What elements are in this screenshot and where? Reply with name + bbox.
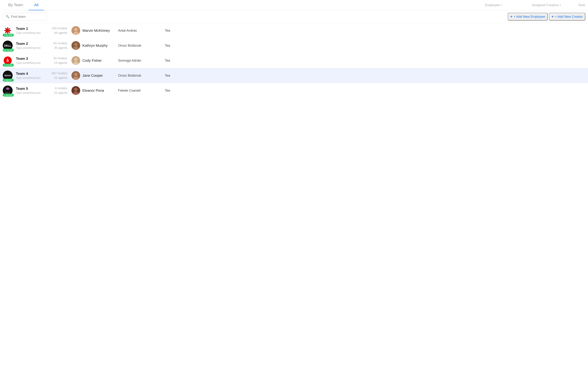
team-left-1: $ 251 609 Team 1 Type something text <box>0 26 47 35</box>
team-agents-3: 15 agents <box>47 61 67 65</box>
team-employee-4: Jane Cooper <box>71 71 118 80</box>
team-badge-4: $ 162 677 <box>3 79 14 82</box>
svg-point-15 <box>74 43 77 46</box>
svg-text:BELLE: BELLE <box>5 92 10 94</box>
employee-name-3: Cody Fisher <box>82 58 102 63</box>
add-creator-button[interactable]: + + Add New Creator <box>549 13 585 21</box>
team-info-4: Team 4 Type something text <box>16 72 44 79</box>
team-models-3: 30 models <box>47 56 67 61</box>
team-sub-1: Type something text <box>16 31 44 34</box>
team-name-4: Team 4 <box>16 72 44 76</box>
team-sub-3: Type something text <box>16 61 44 65</box>
team-left-4: dyson $ 162 677 Team 4 Type something te… <box>0 71 47 80</box>
team-row[interactable]: $ 251 609 Team 1 Type something text 100… <box>0 23 588 38</box>
team-list: $ 251 609 Team 1 Type something text 100… <box>0 23 588 98</box>
team-employee-3: Cody Fisher <box>71 56 118 65</box>
team-right-2: 50 models 35 agents Kathryn Murphy Orosz… <box>47 41 588 50</box>
svg-text:DELL: DELL <box>4 44 11 47</box>
team-row[interactable]: dyson $ 162 677 Team 4 Type something te… <box>0 68 588 83</box>
team-stats-4: 567 models 21 agents <box>47 71 71 80</box>
team-info-3: Team 3 Type something text <box>16 56 44 65</box>
creators-sort-icon: ▾ <box>560 4 561 7</box>
employee-avatar-4 <box>71 71 80 80</box>
team-logo-wrap-2: DELL $ 1 711 621 <box>3 41 14 50</box>
add-employee-button[interactable]: + + Add New Employee <box>508 13 548 21</box>
team-name-5: Team 5 <box>16 87 44 91</box>
team-creators-1: Antal András <box>118 29 165 33</box>
toolbar: 🔍 + + Add New Employee + + Add New Creat… <box>0 10 588 23</box>
team-creators-5: Fekete Csanád <box>118 88 165 92</box>
search-box[interactable]: 🔍 <box>3 13 47 20</box>
svg-text:dyson: dyson <box>4 74 11 77</box>
col-header-creators[interactable]: Assigned Creators ▾ <box>532 3 578 7</box>
team-row[interactable]: b $ 170 333 Team 3 Type something text 3… <box>0 53 588 68</box>
team-models-1: 100 models <box>47 26 67 31</box>
team-agents-1: 48 agents <box>47 31 67 35</box>
team-logo-wrap-3: b $ 170 333 <box>3 55 14 66</box>
svg-point-36 <box>74 88 77 91</box>
team-info-1: Team 1 Type something text <box>16 27 44 34</box>
team-stats-2: 50 models 35 agents <box>47 41 71 50</box>
team-models-5: 8 models <box>47 86 67 90</box>
team-logo-wrap-4: dyson $ 162 677 <box>3 71 14 80</box>
team-agents-4: 21 agents <box>47 76 67 80</box>
team-row[interactable]: BELLE $ 120 333 Team 5 Type something te… <box>0 83 588 98</box>
team-logo-wrap-5: BELLE $ 120 333 <box>3 86 14 95</box>
employee-avatar-2 <box>71 41 80 50</box>
team-agents-5: 22 agents <box>47 90 67 95</box>
team-left-5: BELLE $ 120 333 Team 5 Type something te… <box>0 86 47 95</box>
team-sub-2: Type something text <box>16 46 44 50</box>
team-row[interactable]: DELL $ 1 711 621 Team 2 Type something t… <box>0 38 588 53</box>
team-badge-3: $ 170 333 <box>3 64 14 66</box>
employee-avatar-5 <box>71 86 80 95</box>
tabs-container: By Team All Employee ▾ Assigned Creators… <box>0 0 588 10</box>
col-header-employee[interactable]: Employee ▾ <box>485 3 532 7</box>
team-name-3: Team 3 <box>16 56 44 61</box>
team-right-3: 30 models 15 agents Cody Fisher Somogyi … <box>47 56 588 65</box>
team-logo-wrap-1: $ 251 609 <box>3 26 14 35</box>
col-header-role[interactable]: Role <box>578 3 585 7</box>
team-right-1: 100 models 48 agents Marvin McKinney Ant… <box>47 26 588 35</box>
team-name-2: Team 2 <box>16 42 44 46</box>
search-input[interactable] <box>11 15 44 19</box>
team-creators-3: Somogyi Adrián <box>118 59 165 62</box>
team-stats-1: 100 models 48 agents <box>47 26 71 35</box>
team-badge-2: $ 1 711 621 <box>3 49 14 52</box>
search-icon: 🔍 <box>6 15 9 18</box>
team-left-3: b $ 170 333 Team 3 Type something text <box>0 55 47 66</box>
team-role-2: Tea <box>165 44 588 47</box>
team-agents-2: 35 agents <box>47 45 67 50</box>
team-employee-5: Eleanor Pena <box>71 86 118 95</box>
team-creators-2: Orosz Boldizsár <box>118 44 165 47</box>
tab-by-team[interactable]: By Team <box>3 0 29 10</box>
team-employee-2: Kathryn Murphy <box>71 41 118 50</box>
employee-avatar-1 <box>71 26 80 35</box>
svg-point-10 <box>74 28 77 31</box>
team-sub-4: Type something text <box>16 76 44 79</box>
team-stats-3: 30 models 15 agents <box>47 56 71 65</box>
team-stats-5: 8 models 22 agents <box>47 86 71 95</box>
team-info-2: Team 2 Type something text <box>16 42 44 50</box>
team-info-5: Team 5 Type something text <box>16 87 44 94</box>
team-models-4: 567 models <box>47 71 67 76</box>
employee-name-2: Kathryn Murphy <box>82 44 108 48</box>
team-role-1: Tea <box>165 29 588 33</box>
team-badge-1: $ 251 609 <box>3 34 14 37</box>
team-sub-5: Type something text <box>16 91 44 94</box>
team-role-4: Tea <box>165 74 588 77</box>
team-models-2: 50 models <box>47 41 67 45</box>
team-badge-5: $ 120 333 <box>3 94 14 97</box>
team-employee-1: Marvin McKinney <box>71 26 118 35</box>
team-role-3: Tea <box>165 59 588 62</box>
team-right-4: 567 models 21 agents Jane Cooper Orosz B… <box>47 71 588 80</box>
employee-name-5: Eleanor Pena <box>82 88 104 93</box>
team-right-5: 8 models 22 agents Eleanor Pena Fekete C… <box>47 86 588 95</box>
team-name-1: Team 1 <box>16 27 44 31</box>
team-role-5: Tea <box>165 88 588 92</box>
employee-name-4: Jane Cooper <box>82 73 103 78</box>
tab-all[interactable]: All <box>29 0 44 10</box>
employee-sort-icon: ▾ <box>501 4 502 7</box>
svg-point-21 <box>74 58 77 61</box>
add-employee-plus-icon: + <box>510 14 513 19</box>
employee-name-1: Marvin McKinney <box>82 28 110 33</box>
